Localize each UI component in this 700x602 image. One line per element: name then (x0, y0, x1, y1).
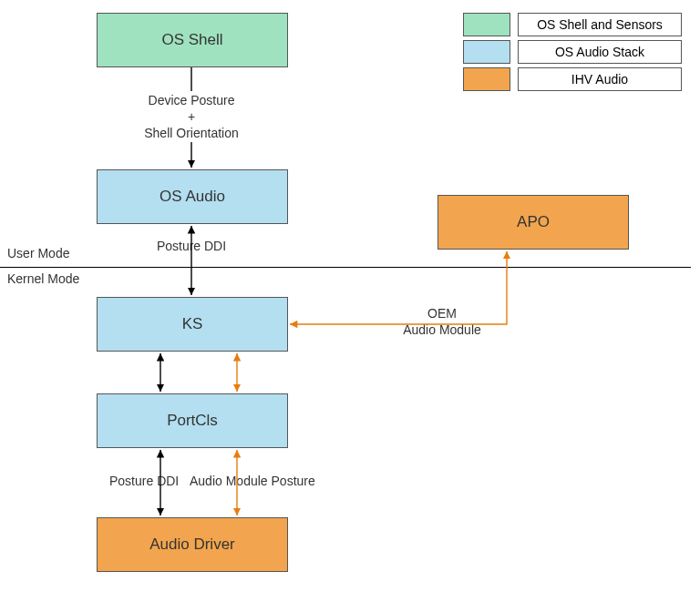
box-ks: KS (97, 297, 288, 352)
label-user-mode: User Mode (7, 246, 69, 260)
legend-label-ihv-audio: IHV Audio (518, 67, 682, 91)
mode-divider (0, 267, 691, 268)
legend-label-audio-stack: OS Audio Stack (518, 40, 682, 64)
label-device-posture: Device Posture (141, 93, 242, 107)
label-oem: OEM (392, 306, 492, 321)
box-audio-driver: Audio Driver (97, 517, 288, 572)
legend-swatch-orange (463, 67, 510, 91)
legend-swatch-green (463, 13, 510, 36)
box-os-shell: OS Shell (97, 13, 288, 67)
label-audio-module-posture: Audio Module Posture (190, 474, 315, 488)
label-kernel-mode: Kernel Mode (7, 271, 79, 286)
box-os-audio: OS Audio (97, 169, 288, 224)
label-plus: + (141, 109, 242, 124)
label-audio-module: Audio Module (392, 322, 492, 337)
label-posture-ddi-upper: Posture DDI (141, 239, 242, 253)
label-shell-orientation: Shell Orientation (141, 126, 242, 140)
label-posture-ddi-lower: Posture DDI (109, 474, 179, 488)
legend-label-sensors: OS Shell and Sensors (518, 13, 682, 36)
box-apo: APO (438, 195, 629, 250)
box-portcls: PortCls (97, 393, 288, 448)
legend-swatch-blue (463, 40, 510, 64)
